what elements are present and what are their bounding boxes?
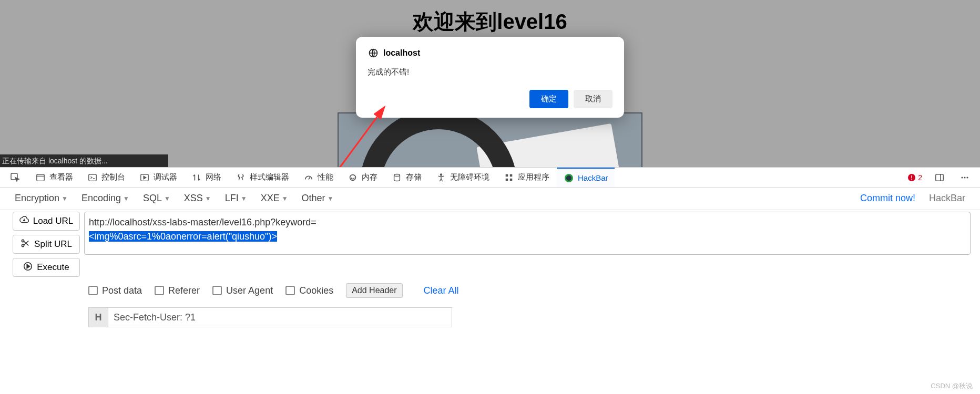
page-title: 欢迎来到level16 (0, 0, 980, 36)
dock-icon (934, 172, 945, 183)
split-url-button[interactable]: Split URL (13, 235, 80, 254)
check-useragent[interactable]: User Agent (212, 285, 273, 296)
tab-hackbar[interactable]: HackBar (557, 168, 615, 187)
url-selected-text: <img%0asrc=1%0aonerror=alert("qiushuo")> (89, 231, 277, 242)
menu-xss[interactable]: XSS▼ (184, 193, 211, 204)
style-icon (235, 172, 247, 183)
status-bar: 正在传输来自 localhost 的数据... (0, 154, 168, 167)
tab-inspector[interactable]: 查看器 (28, 168, 79, 187)
pick-element-icon (9, 172, 21, 183)
tab-storage[interactable]: 存储 (385, 168, 428, 187)
accessibility-icon (435, 172, 447, 183)
menu-encoding[interactable]: Encoding▼ (81, 193, 129, 204)
storage-icon (391, 172, 403, 183)
url-line1: http://localhost/xss-labs-master/level16… (89, 215, 966, 230)
watermark: CSDN @秋说 (931, 381, 973, 391)
performance-icon (303, 172, 314, 183)
tab-pick-element[interactable] (3, 168, 27, 187)
execute-button[interactable]: Execute (13, 258, 80, 277)
check-cookies[interactable]: Cookies (285, 285, 333, 296)
menu-lfi[interactable]: LFI▼ (225, 193, 247, 204)
inspector-icon (35, 172, 46, 183)
tab-network[interactable]: 网络 (185, 168, 228, 187)
tab-accessibility[interactable]: 无障碍环境 (429, 168, 496, 187)
hackbar-icon (563, 172, 575, 184)
console-icon (87, 172, 98, 183)
svg-rect-12 (510, 174, 513, 177)
svg-point-8 (350, 174, 356, 180)
memory-icon (347, 172, 359, 183)
play-icon (23, 262, 33, 274)
hackbar-panel: Encryption▼ Encoding▼ SQL▼ XSS▼ LFI▼ XXE… (0, 188, 980, 327)
svg-rect-3 (37, 174, 44, 181)
js-alert-dialog: localhost 完成的不错! 确定 取消 (356, 37, 624, 118)
hackbar-brand: HackBar (929, 193, 965, 204)
tab-style[interactable]: 样式编辑器 (229, 168, 295, 187)
error-counter[interactable]: !2 (903, 173, 926, 182)
header-badge[interactable]: H (88, 307, 108, 327)
download-icon (19, 215, 29, 227)
menu-other[interactable]: Other▼ (302, 193, 334, 204)
debugger-icon (139, 172, 150, 183)
tab-console[interactable]: 控制台 (80, 168, 131, 187)
scissors-icon (21, 239, 30, 251)
svg-rect-14 (510, 178, 513, 181)
tab-debugger[interactable]: 调试器 (132, 168, 183, 187)
commit-link[interactable]: Commit now! (860, 193, 915, 204)
tab-performance[interactable]: 性能 (297, 168, 340, 187)
check-referer[interactable]: Referer (155, 285, 200, 296)
svg-point-21 (961, 177, 963, 178)
url-textarea[interactable]: http://localhost/xss-labs-master/level16… (84, 212, 971, 255)
dialog-cancel-button[interactable]: 取消 (574, 90, 612, 108)
menu-xxe[interactable]: XXE▼ (261, 193, 288, 204)
add-header-button[interactable]: Add Header (346, 283, 402, 298)
more-button[interactable] (953, 168, 977, 187)
network-icon (191, 172, 202, 183)
check-post[interactable]: Post data (88, 285, 142, 296)
application-icon (503, 172, 515, 183)
dock-button[interactable] (927, 168, 952, 187)
more-icon (959, 172, 971, 183)
level-image (338, 112, 642, 175)
svg-point-16 (566, 175, 571, 181)
svg-point-10 (440, 174, 442, 175)
menu-sql[interactable]: SQL▼ (143, 193, 170, 204)
devtools-panel: 查看器 控制台 调试器 网络 样式编辑器 性能 内存 存储 无障碍环境 应用程序… (0, 167, 980, 394)
clear-all-link[interactable]: Clear All (424, 285, 459, 296)
header-value-input[interactable]: Sec-Fetch-User: ?1 (108, 307, 452, 327)
hackbar-menu: Encryption▼ Encoding▼ SQL▼ XSS▼ LFI▼ XXE… (0, 188, 980, 210)
dialog-host: localhost (383, 48, 420, 58)
svg-text:!: ! (911, 174, 913, 181)
svg-rect-11 (506, 174, 508, 177)
dialog-message: 完成的不错! (368, 67, 612, 77)
devtools-tabs: 查看器 控制台 调试器 网络 样式编辑器 性能 内存 存储 无障碍环境 应用程序… (0, 168, 980, 188)
globe-icon (368, 47, 379, 59)
svg-point-23 (966, 177, 968, 178)
menu-encryption[interactable]: Encryption▼ (15, 193, 68, 204)
svg-point-22 (964, 177, 965, 178)
svg-rect-19 (936, 174, 943, 181)
tab-application[interactable]: 应用程序 (497, 168, 556, 187)
svg-rect-13 (506, 178, 508, 181)
load-url-button[interactable]: Load URL (13, 212, 80, 231)
dialog-ok-button[interactable]: 确定 (529, 90, 568, 108)
svg-point-9 (394, 174, 400, 176)
tab-memory[interactable]: 内存 (341, 168, 384, 187)
svg-line-7 (309, 177, 310, 180)
